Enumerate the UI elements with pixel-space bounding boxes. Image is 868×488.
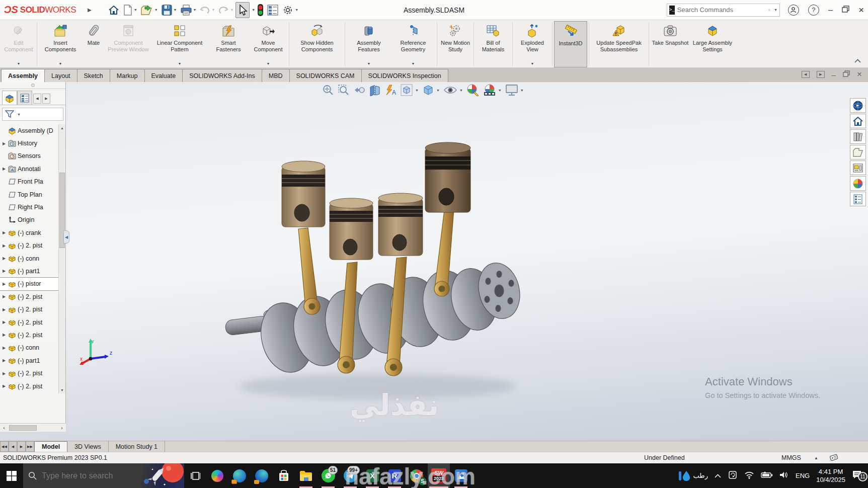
- solidworks-resources-icon[interactable]: [850, 98, 866, 113]
- tray-expand-chevron[interactable]: [715, 473, 721, 479]
- excel-icon[interactable]: X: [361, 463, 383, 488]
- options-gear-button[interactable]: ▼: [281, 3, 299, 18]
- zoom-to-area-icon[interactable]: [338, 84, 350, 96]
- task-view-button[interactable]: [184, 463, 206, 488]
- tab-layout[interactable]: Layout: [44, 69, 77, 82]
- section-view-icon[interactable]: [369, 84, 381, 96]
- ribbon-collapse-chevron[interactable]: [854, 57, 861, 64]
- tree-item-piston-2e[interactable]: ▶(-) 2. pist: [0, 329, 58, 341]
- chrome-icon[interactable]: S: [406, 463, 428, 488]
- tab-solidworks-cam[interactable]: SOLIDWORKS CAM: [289, 69, 362, 82]
- hide-show-items-icon[interactable]: ▼: [443, 85, 463, 96]
- ribbon-large-assembly-settings[interactable]: Large Assembly Settings: [690, 21, 735, 67]
- tree-item-assembly-root[interactable]: Assembly (D: [0, 124, 58, 137]
- view-orientation-icon[interactable]: ▼: [400, 84, 419, 97]
- tree-item-piston-2[interactable]: ▶(-) 2. pist: [0, 239, 58, 252]
- ribbon-mate[interactable]: Mate: [82, 21, 105, 67]
- new-document-button[interactable]: ▼: [122, 3, 138, 18]
- scrollbar-thumb-h[interactable]: [9, 425, 37, 431]
- whatsapp-icon[interactable]: 51: [317, 463, 339, 488]
- tab-mbd[interactable]: MBD: [262, 69, 290, 82]
- tab-model[interactable]: Model: [34, 441, 67, 452]
- tree-tab-scroll-left[interactable]: ◀: [33, 94, 41, 104]
- chevron-down-icon[interactable]: ▼: [412, 62, 415, 67]
- edit-appearance-icon[interactable]: [466, 84, 480, 97]
- start-button[interactable]: [0, 463, 23, 488]
- home-button[interactable]: [107, 3, 121, 18]
- ribbon-smart-fasteners[interactable]: Smart Fasteners: [208, 21, 249, 67]
- tree-item-piston-2d[interactable]: ▶(-) 2. pist: [0, 316, 58, 329]
- tree-vertical-scrollbar[interactable]: ▲ ▼: [58, 124, 65, 393]
- annotation-views-icon[interactable]: A: [384, 84, 397, 96]
- tree-item-front-plane[interactable]: Front Pla: [0, 176, 58, 188]
- crankshaft-piston-model[interactable]: [216, 137, 538, 404]
- logo-flyout-icon[interactable]: ▶: [88, 7, 92, 13]
- doc-close-button[interactable]: ×: [857, 69, 862, 79]
- volume-icon[interactable]: [779, 471, 789, 480]
- tree-item-part1-2[interactable]: ▶(-) part1: [0, 354, 58, 367]
- tree-item-annotations[interactable]: ▶AAnnotati: [0, 162, 58, 175]
- appearances-scenes-icon[interactable]: [850, 176, 866, 191]
- scroll-right-icon[interactable]: ›: [58, 425, 66, 431]
- close-button[interactable]: ×: [858, 5, 864, 16]
- ribbon-component-preview-window[interactable]: Component Preview Window: [105, 21, 151, 67]
- chevron-down-icon[interactable]: ▼: [531, 62, 534, 67]
- tab-evaluate[interactable]: Evaluate: [144, 69, 183, 82]
- tree-item-connecting-rod-2[interactable]: ▶(-) conn: [0, 342, 58, 354]
- edge-work-icon[interactable]: [228, 463, 251, 488]
- graphics-viewport[interactable]: A ▼ ▼ ▼ ▼ ▼: [0, 82, 868, 441]
- tree-item-piston-2c[interactable]: ▶(-) 2. pist: [0, 303, 58, 315]
- apply-scene-icon[interactable]: ▼: [483, 84, 502, 97]
- view-palette-icon[interactable]: [850, 160, 866, 175]
- custom-properties-icon[interactable]: [850, 192, 866, 206]
- ribbon-exploded-view[interactable]: Exploded View ▼: [514, 21, 550, 67]
- ribbon-take-snapshot[interactable]: Take Snapshot: [651, 21, 690, 67]
- r-app-icon[interactable]: R: [383, 463, 406, 488]
- tab-motion-study-1[interactable]: Motion Study 1: [109, 441, 165, 452]
- tablet-mode-icon[interactable]: [728, 470, 738, 481]
- chevron-down-icon[interactable]: ▼: [267, 62, 270, 67]
- ribbon-insert-components[interactable]: Insert Components ▼: [39, 21, 82, 67]
- scroll-left-icon[interactable]: ‹: [0, 425, 8, 431]
- taskbar-search-box[interactable]: [23, 463, 184, 488]
- scroll-up-icon[interactable]: ▲: [59, 124, 65, 131]
- doc-restore-button[interactable]: [843, 70, 850, 78]
- status-units[interactable]: MMGS▲: [781, 454, 818, 461]
- file-explorer-icon[interactable]: [295, 463, 317, 488]
- open-document-button[interactable]: ▼: [139, 3, 159, 18]
- doc-minimize-button[interactable]: –: [832, 70, 836, 79]
- zoom-to-fit-icon[interactable]: [322, 84, 334, 96]
- view-settings-icon[interactable]: ▼: [505, 84, 524, 96]
- notification-center-icon[interactable]: 11: [852, 470, 863, 481]
- select-tool-button[interactable]: [235, 2, 250, 18]
- save-button[interactable]: ▼: [160, 3, 178, 18]
- tree-item-history[interactable]: ▶History: [0, 137, 58, 149]
- wifi-icon[interactable]: [744, 471, 754, 480]
- tree-item-sensors[interactable]: Sensors: [0, 150, 58, 162]
- command-search-input[interactable]: [677, 6, 766, 14]
- edge-icon[interactable]: [251, 463, 273, 488]
- tree-item-top-plane[interactable]: Top Plan: [0, 188, 58, 201]
- tree-item-part1[interactable]: ▶(-) part1: [0, 265, 58, 277]
- display-style-icon[interactable]: ▼: [422, 84, 440, 96]
- tree-item-piston-2b[interactable]: ▶(-) 2. pist: [0, 290, 58, 303]
- solidworks-taskbar-icon[interactable]: SW2023: [428, 463, 450, 488]
- tree-item-crankshaft[interactable]: ▶(-) crank: [0, 226, 58, 239]
- file-explorer-icon[interactable]: [850, 145, 866, 159]
- first-tab-icon[interactable]: ◀◀: [0, 441, 9, 452]
- tree-item-piston-2f[interactable]: ▶(-) 2. pist: [0, 367, 58, 379]
- pane-left-icon[interactable]: ◀: [802, 71, 810, 78]
- account-icon[interactable]: [788, 5, 799, 16]
- tab-3d-views[interactable]: 3D Views: [67, 441, 109, 452]
- clock[interactable]: 4:41 PM10/4/2025: [816, 468, 845, 484]
- minimize-button[interactable]: –: [828, 6, 833, 15]
- panel-collapse-handle[interactable]: ◀: [63, 230, 69, 243]
- search-scope-dropdown[interactable]: ▼: [774, 8, 777, 12]
- telegram-icon[interactable]: 99+: [339, 463, 361, 488]
- print-button[interactable]: ▼: [179, 3, 198, 18]
- display-pane-button[interactable]: [266, 3, 280, 18]
- ribbon-update-speedpak[interactable]: Update SpeedPak Subassemblies: [591, 21, 647, 67]
- chevron-down-icon[interactable]: ▼: [17, 62, 21, 67]
- undo-button[interactable]: ▼: [198, 3, 216, 17]
- last-tab-icon[interactable]: ▶▶: [26, 441, 34, 452]
